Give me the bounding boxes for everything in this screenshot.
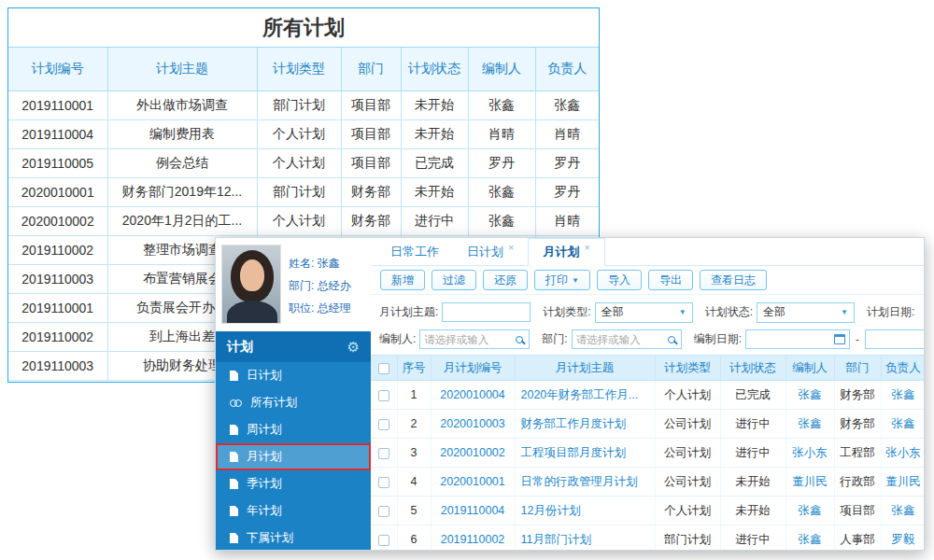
link-cell[interactable]: 张鑫 (785, 381, 834, 410)
table-row[interactable]: 2019110001外出做市场调查部门计划项目部未开始张鑫张鑫 (8, 91, 599, 119)
chevron-down-icon: ▼ (572, 276, 579, 285)
tab-label: 日常工作 (390, 244, 439, 260)
import-button[interactable]: 导入 (597, 270, 642, 290)
close-icon[interactable]: × (584, 242, 589, 253)
link-cell[interactable]: 董川民 (785, 468, 834, 497)
cell: 部门计划 (655, 525, 720, 552)
link-cell[interactable]: 张鑫 (881, 410, 925, 439)
table-row[interactable]: 2019110005例会总结个人计划项目部已完成罗丹罗丹 (8, 148, 599, 177)
row-checkbox[interactable] (378, 419, 389, 430)
type-filter-select[interactable]: 全部 ▼ (595, 302, 693, 323)
search-icon[interactable] (516, 336, 523, 343)
table-row[interactable]: 32020010002工程项目部月度计划公司计划进行中张小东工程部张小东 (371, 439, 925, 468)
subject-filter-input[interactable] (442, 302, 531, 322)
link-cell[interactable]: 罗毅 (881, 525, 925, 552)
compiler-filter-input[interactable] (419, 329, 530, 349)
status-filter-select[interactable]: 全部 ▼ (757, 302, 855, 323)
row-checkbox[interactable] (378, 535, 389, 546)
table-row[interactable]: 2020010001财务部门2019年12...部门计划财务部未开始张鑫罗丹 (8, 177, 599, 206)
all-plans-header-row: 计划编号 计划主题 计划类型 部门 计划状态 编制人 负责人 (8, 48, 599, 91)
table-row[interactable]: 5201911000412月份计划个人计划未开始张鑫项目部张鑫 (371, 497, 925, 525)
tab-monthly-plan[interactable]: 月计划 × (528, 238, 604, 266)
date-end-input[interactable] (870, 334, 924, 345)
sidebar-item-annual-plan[interactable]: 年计划 (216, 497, 371, 525)
link-cell[interactable]: 2020010003 (431, 410, 515, 439)
cell: 进行中 (720, 439, 785, 468)
chevron-down-icon: ▼ (841, 308, 848, 316)
tab-daily-plan[interactable]: 日计划 × (453, 238, 528, 265)
link-cell[interactable]: 2019110002 (431, 525, 515, 552)
sidebar-item-monthly-plan[interactable]: 月计划 (216, 443, 371, 470)
search-icon[interactable] (668, 336, 675, 343)
sidebar-item-daily-plan[interactable]: 日计划 (216, 362, 371, 389)
row-checkbox[interactable] (378, 390, 389, 401)
link-cell[interactable]: 张小东 (785, 439, 834, 468)
dept-input[interactable] (576, 334, 668, 345)
cell: 项目部 (341, 91, 401, 119)
select-all-checkbox[interactable] (378, 363, 389, 374)
cell: 张鑫 (468, 177, 535, 206)
cell: 1 (397, 381, 431, 410)
column-header-compiler: 编制人 (785, 356, 834, 381)
link-cell[interactable]: 财务部工作月度计划 (515, 410, 655, 439)
table-row[interactable]: 2019110004编制费用表个人计划项目部未开始肖晴肖晴 (8, 119, 599, 148)
link-cell[interactable]: 日常的行政管理月计划 (515, 468, 655, 497)
link-cell[interactable]: 董川民 (881, 468, 925, 497)
link-cell[interactable]: 2020年财务部工作月... (515, 381, 655, 410)
date-start-input[interactable] (750, 334, 834, 345)
monthly-plan-table-body: 120200100042020年财务部工作月...个人计划已完成张鑫财务部张鑫2… (371, 381, 925, 552)
cell: 行政部 (834, 468, 881, 497)
link-cell[interactable]: 11月部门计划 (515, 525, 655, 552)
link-cell[interactable]: 2019110004 (431, 497, 515, 525)
column-header-plan-subject: 月计划主题 (515, 356, 655, 381)
calendar-icon[interactable] (834, 334, 845, 344)
row-checkbox[interactable] (378, 506, 389, 517)
link-cell[interactable]: 张小东 (881, 439, 925, 468)
cell: 张鑫 (535, 91, 599, 119)
compiler-input[interactable] (424, 334, 516, 345)
link-cell[interactable]: 张鑫 (785, 497, 834, 525)
profile-name: 姓名: 张鑫 (289, 252, 351, 274)
link-cell[interactable]: 2020010002 (431, 439, 515, 468)
close-icon[interactable]: × (508, 242, 514, 253)
link-cell[interactable]: 张鑫 (785, 410, 834, 439)
gear-icon[interactable]: ⚙ (347, 339, 360, 356)
tab-daily-work[interactable]: 日常工作 (376, 238, 453, 265)
table-row[interactable]: 42020010001日常的行政管理月计划公司计划未开始董川民行政部董川民 (371, 468, 925, 497)
cell: 2019110001 (8, 293, 107, 322)
column-header-plan-id: 月计划编号 (431, 356, 515, 381)
reset-button[interactable]: 还原 (483, 270, 528, 290)
sidebar-item-subordinate-plan[interactable]: 下属计划 (216, 525, 371, 551)
add-button[interactable]: 新增 (380, 270, 425, 290)
row-checkbox[interactable] (378, 477, 389, 488)
sidebar-item-quarterly-plan[interactable]: 季计划 (216, 470, 371, 497)
sidebar-item-weekly-plan[interactable]: 周计划 (216, 416, 371, 443)
table-row[interactable]: 20200100022020年1月2日的工...个人计划财务部进行中张鑫肖晴 (8, 206, 599, 235)
link-cell[interactable]: 12月份计划 (515, 497, 655, 525)
sidebar-item-label: 周计划 (247, 422, 282, 438)
view-log-button[interactable]: 查看日志 (700, 270, 767, 290)
cell: 公司计划 (655, 468, 720, 497)
print-button[interactable]: 打印▼ (534, 270, 590, 290)
compile-date-end-input[interactable] (865, 329, 924, 349)
status-filter-label: 计划状态: (705, 304, 753, 320)
link-cell[interactable]: 2020010001 (431, 468, 515, 497)
link-cell[interactable]: 工程项目部月度计划 (515, 439, 655, 468)
column-header-plan-type: 计划类型 (257, 48, 341, 91)
column-header-compiler: 编制人 (468, 48, 535, 91)
dept-filter-input[interactable] (572, 329, 682, 349)
link-cell[interactable]: 张鑫 (881, 497, 925, 525)
table-row[interactable]: 22020010003财务部工作月度计划公司计划进行中张鑫财务部张鑫 (371, 410, 925, 439)
filter-panel: 月计划主题: 计划类型: 全部 ▼ 计划状态: 全部 ▼ 计划日期: 编制人: (371, 295, 924, 355)
filter-button[interactable]: 过滤 (432, 270, 476, 290)
sidebar-item-all-plans[interactable]: 所有计划 (216, 389, 371, 416)
link-cell[interactable]: 2020010004 (431, 381, 515, 410)
table-row[interactable]: 120200100042020年财务部工作月...个人计划已完成张鑫财务部张鑫 (371, 381, 925, 410)
export-button[interactable]: 导出 (648, 270, 693, 290)
table-row[interactable]: 6201911000211月部门计划部门计划进行中张鑫人事部罗毅 (371, 525, 925, 552)
row-checkbox[interactable] (378, 448, 389, 459)
column-header-department: 部门 (834, 356, 881, 381)
link-cell[interactable]: 张鑫 (785, 525, 834, 552)
compile-date-start-input[interactable] (745, 329, 850, 349)
link-cell[interactable]: 张鑫 (881, 381, 925, 410)
